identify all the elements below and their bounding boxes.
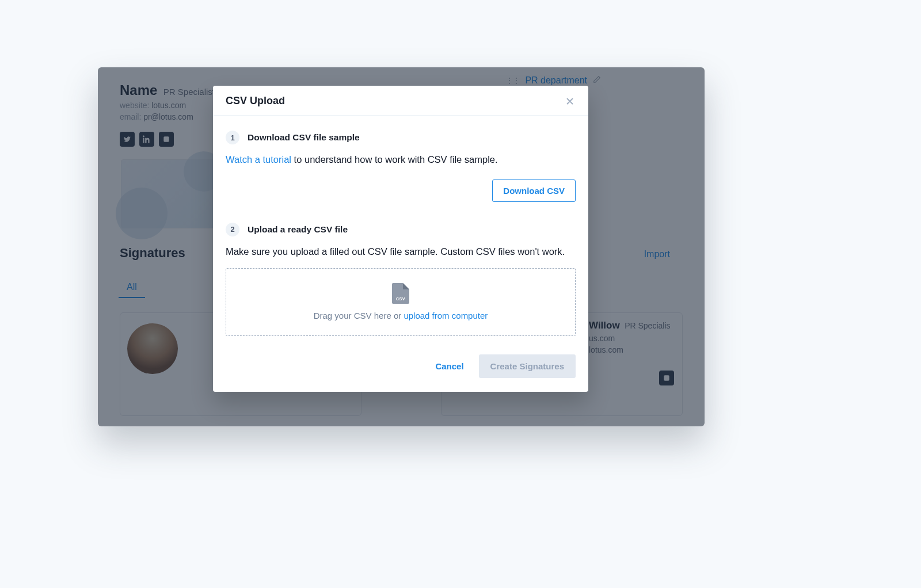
step-1-badge: 1	[226, 131, 239, 144]
step-2-title: Upload a ready CSV file	[248, 224, 348, 235]
step-1-header: 1 Download CSV file sample	[226, 131, 576, 144]
step-2-header: 2 Upload a ready CSV file	[226, 223, 576, 236]
modal-body: 1 Download CSV file sample Watch a tutor…	[213, 116, 588, 342]
csv-file-icon: CSV	[392, 283, 409, 304]
watch-tutorial-link[interactable]: Watch a tutorial	[226, 154, 291, 165]
step-2-description: Make sure you upload a filled out CSV fi…	[226, 245, 576, 259]
modal-footer: Cancel Create Signatures	[213, 342, 588, 392]
modal-title: CSV Upload	[226, 95, 285, 107]
close-icon[interactable]	[564, 96, 576, 107]
csv-file-icon-label: CSV	[392, 297, 409, 301]
upload-from-computer-link[interactable]: upload from computer	[404, 311, 488, 320]
app-window: Name PR Specialist at Lotus Ltd website:…	[98, 67, 705, 426]
stage: Name PR Specialist at Lotus Ltd website:…	[0, 0, 921, 588]
modal-header: CSV Upload	[213, 86, 588, 116]
csv-upload-modal: CSV Upload 1 Download CSV file sample Wa…	[213, 86, 588, 392]
step-2-badge: 2	[226, 223, 239, 236]
step-1-description: Watch a tutorial to understand how to wo…	[226, 152, 576, 167]
download-csv-button[interactable]: Download CSV	[492, 180, 576, 202]
dropzone-text: Drag your CSV here or upload from comput…	[314, 311, 488, 320]
dropzone-text-static: Drag your CSV here or	[314, 311, 404, 320]
create-signatures-button[interactable]: Create Signatures	[479, 354, 576, 378]
csv-dropzone[interactable]: CSV Drag your CSV here or upload from co…	[226, 268, 576, 336]
cancel-button[interactable]: Cancel	[432, 356, 467, 377]
step-1-title: Download CSV file sample	[248, 132, 360, 143]
step-1-desc-rest: to understand how to work with CSV file …	[291, 154, 498, 165]
